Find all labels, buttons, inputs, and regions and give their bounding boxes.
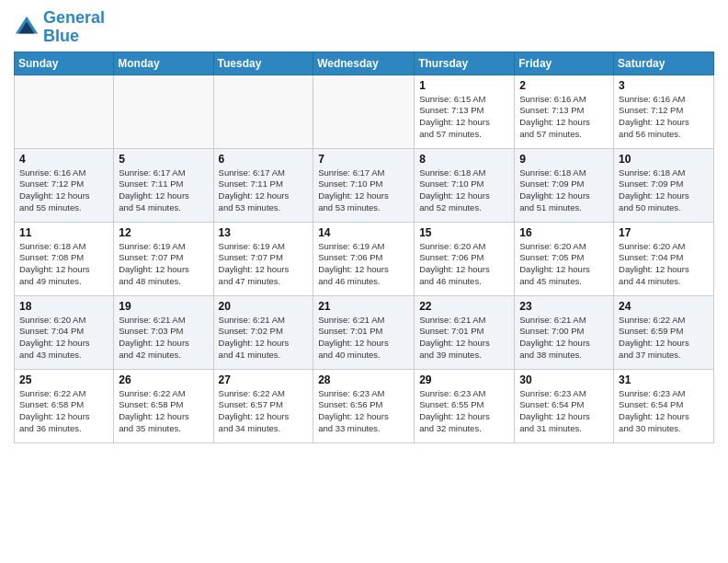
calendar-day-cell xyxy=(114,75,213,148)
calendar-day-cell: 25Sunrise: 6:22 AM Sunset: 6:58 PM Dayli… xyxy=(15,369,114,442)
day-info: Sunrise: 6:16 AM Sunset: 7:13 PM Dayligh… xyxy=(519,94,609,141)
calendar-day-cell: 30Sunrise: 6:23 AM Sunset: 6:54 PM Dayli… xyxy=(515,369,614,442)
calendar-day-cell: 23Sunrise: 6:21 AM Sunset: 7:00 PM Dayli… xyxy=(515,295,614,369)
calendar-day-cell: 29Sunrise: 6:23 AM Sunset: 6:55 PM Dayli… xyxy=(415,369,515,442)
calendar-day-cell: 1Sunrise: 6:15 AM Sunset: 7:13 PM Daylig… xyxy=(415,75,515,148)
day-info: Sunrise: 6:21 AM Sunset: 7:01 PM Dayligh… xyxy=(318,315,409,362)
day-info: Sunrise: 6:20 AM Sunset: 7:04 PM Dayligh… xyxy=(619,241,709,288)
day-number: 30 xyxy=(519,373,609,386)
calendar-day-cell: 21Sunrise: 6:21 AM Sunset: 7:01 PM Dayli… xyxy=(313,295,415,369)
day-number: 3 xyxy=(619,79,709,92)
day-number: 20 xyxy=(219,300,309,313)
day-info: Sunrise: 6:18 AM Sunset: 7:09 PM Dayligh… xyxy=(619,167,709,214)
day-info: Sunrise: 6:19 AM Sunset: 7:07 PM Dayligh… xyxy=(219,241,309,288)
calendar-day-header: Wednesday xyxy=(313,52,415,75)
calendar-day-cell: 26Sunrise: 6:22 AM Sunset: 6:58 PM Dayli… xyxy=(114,369,213,442)
calendar-day-header: Friday xyxy=(515,52,614,75)
day-number: 2 xyxy=(519,79,609,92)
calendar-day-cell: 24Sunrise: 6:22 AM Sunset: 6:59 PM Dayli… xyxy=(614,295,714,369)
calendar-day-cell: 15Sunrise: 6:20 AM Sunset: 7:06 PM Dayli… xyxy=(415,222,515,295)
day-info: Sunrise: 6:21 AM Sunset: 7:02 PM Dayligh… xyxy=(219,315,309,362)
day-number: 13 xyxy=(219,226,309,239)
calendar-day-cell: 31Sunrise: 6:23 AM Sunset: 6:54 PM Dayli… xyxy=(614,369,714,442)
logo-icon xyxy=(14,15,40,40)
calendar-day-cell: 9Sunrise: 6:18 AM Sunset: 7:09 PM Daylig… xyxy=(515,148,614,222)
logo: General Blue xyxy=(14,9,105,46)
day-number: 22 xyxy=(419,300,509,313)
day-info: Sunrise: 6:23 AM Sunset: 6:54 PM Dayligh… xyxy=(619,388,709,435)
day-number: 23 xyxy=(519,300,609,313)
calendar-header-row: SundayMondayTuesdayWednesdayThursdayFrid… xyxy=(15,52,714,75)
calendar-day-header: Tuesday xyxy=(213,52,313,75)
calendar-week-row: 18Sunrise: 6:20 AM Sunset: 7:04 PM Dayli… xyxy=(15,295,714,369)
calendar-week-row: 11Sunrise: 6:18 AM Sunset: 7:08 PM Dayli… xyxy=(15,222,714,295)
day-number: 8 xyxy=(419,153,509,166)
calendar-day-cell: 16Sunrise: 6:20 AM Sunset: 7:05 PM Dayli… xyxy=(515,222,614,295)
day-number: 19 xyxy=(119,300,208,313)
calendar-day-cell: 19Sunrise: 6:21 AM Sunset: 7:03 PM Dayli… xyxy=(114,295,213,369)
calendar-day-cell: 27Sunrise: 6:22 AM Sunset: 6:57 PM Dayli… xyxy=(213,369,313,442)
calendar-day-cell: 5Sunrise: 6:17 AM Sunset: 7:11 PM Daylig… xyxy=(114,148,213,222)
calendar-day-cell: 22Sunrise: 6:21 AM Sunset: 7:01 PM Dayli… xyxy=(415,295,515,369)
day-number: 9 xyxy=(519,153,609,166)
calendar-day-header: Sunday xyxy=(15,52,114,75)
day-number: 25 xyxy=(19,373,108,386)
day-number: 10 xyxy=(619,153,709,166)
day-info: Sunrise: 6:22 AM Sunset: 6:57 PM Dayligh… xyxy=(219,388,309,435)
day-number: 4 xyxy=(19,153,108,166)
day-number: 26 xyxy=(119,373,208,386)
day-number: 27 xyxy=(219,373,309,386)
day-info: Sunrise: 6:21 AM Sunset: 7:00 PM Dayligh… xyxy=(519,315,609,362)
calendar-week-row: 4Sunrise: 6:16 AM Sunset: 7:12 PM Daylig… xyxy=(15,148,714,222)
day-number: 28 xyxy=(318,373,409,386)
day-info: Sunrise: 6:18 AM Sunset: 7:09 PM Dayligh… xyxy=(519,167,609,214)
calendar-day-cell xyxy=(15,75,114,148)
calendar-day-header: Saturday xyxy=(614,52,714,75)
day-info: Sunrise: 6:17 AM Sunset: 7:11 PM Dayligh… xyxy=(219,167,309,214)
calendar-week-row: 25Sunrise: 6:22 AM Sunset: 6:58 PM Dayli… xyxy=(15,369,714,442)
calendar-table: SundayMondayTuesdayWednesdayThursdayFrid… xyxy=(14,52,714,443)
calendar-day-cell: 2Sunrise: 6:16 AM Sunset: 7:13 PM Daylig… xyxy=(515,75,614,148)
calendar-day-cell: 14Sunrise: 6:19 AM Sunset: 7:06 PM Dayli… xyxy=(313,222,415,295)
calendar-day-cell: 12Sunrise: 6:19 AM Sunset: 7:07 PM Dayli… xyxy=(114,222,213,295)
day-number: 5 xyxy=(119,153,208,166)
day-number: 21 xyxy=(318,300,409,313)
day-info: Sunrise: 6:20 AM Sunset: 7:06 PM Dayligh… xyxy=(419,241,509,288)
day-number: 24 xyxy=(619,300,709,313)
day-info: Sunrise: 6:16 AM Sunset: 7:12 PM Dayligh… xyxy=(619,94,709,141)
calendar-day-cell xyxy=(213,75,313,148)
day-info: Sunrise: 6:22 AM Sunset: 6:58 PM Dayligh… xyxy=(19,388,108,435)
day-number: 15 xyxy=(419,226,509,239)
day-info: Sunrise: 6:19 AM Sunset: 7:06 PM Dayligh… xyxy=(318,241,409,288)
day-info: Sunrise: 6:20 AM Sunset: 7:04 PM Dayligh… xyxy=(19,315,108,362)
day-info: Sunrise: 6:18 AM Sunset: 7:08 PM Dayligh… xyxy=(19,241,108,288)
logo-text: General Blue xyxy=(43,9,105,46)
day-info: Sunrise: 6:19 AM Sunset: 7:07 PM Dayligh… xyxy=(119,241,208,288)
calendar-day-cell: 8Sunrise: 6:18 AM Sunset: 7:10 PM Daylig… xyxy=(415,148,515,222)
day-info: Sunrise: 6:16 AM Sunset: 7:12 PM Dayligh… xyxy=(19,167,108,214)
day-number: 1 xyxy=(419,79,509,92)
calendar-day-header: Monday xyxy=(114,52,213,75)
calendar-day-cell: 11Sunrise: 6:18 AM Sunset: 7:08 PM Dayli… xyxy=(15,222,114,295)
day-number: 14 xyxy=(318,226,409,239)
day-number: 29 xyxy=(419,373,509,386)
calendar-day-cell: 7Sunrise: 6:17 AM Sunset: 7:10 PM Daylig… xyxy=(313,148,415,222)
day-number: 18 xyxy=(19,300,108,313)
calendar-day-cell: 3Sunrise: 6:16 AM Sunset: 7:12 PM Daylig… xyxy=(614,75,714,148)
day-number: 6 xyxy=(219,153,309,166)
calendar-day-cell: 18Sunrise: 6:20 AM Sunset: 7:04 PM Dayli… xyxy=(15,295,114,369)
day-info: Sunrise: 6:17 AM Sunset: 7:10 PM Dayligh… xyxy=(318,167,409,214)
calendar-day-cell: 6Sunrise: 6:17 AM Sunset: 7:11 PM Daylig… xyxy=(213,148,313,222)
day-info: Sunrise: 6:21 AM Sunset: 7:03 PM Dayligh… xyxy=(119,315,208,362)
calendar-day-cell: 10Sunrise: 6:18 AM Sunset: 7:09 PM Dayli… xyxy=(614,148,714,222)
calendar-day-cell: 20Sunrise: 6:21 AM Sunset: 7:02 PM Dayli… xyxy=(213,295,313,369)
page-header: General Blue xyxy=(14,9,714,46)
calendar-day-cell xyxy=(313,75,415,148)
day-info: Sunrise: 6:20 AM Sunset: 7:05 PM Dayligh… xyxy=(519,241,609,288)
day-info: Sunrise: 6:23 AM Sunset: 6:55 PM Dayligh… xyxy=(419,388,509,435)
day-number: 11 xyxy=(19,226,108,239)
day-info: Sunrise: 6:22 AM Sunset: 6:58 PM Dayligh… xyxy=(119,388,208,435)
calendar-day-cell: 28Sunrise: 6:23 AM Sunset: 6:56 PM Dayli… xyxy=(313,369,415,442)
day-info: Sunrise: 6:21 AM Sunset: 7:01 PM Dayligh… xyxy=(419,315,509,362)
day-info: Sunrise: 6:17 AM Sunset: 7:11 PM Dayligh… xyxy=(119,167,208,214)
